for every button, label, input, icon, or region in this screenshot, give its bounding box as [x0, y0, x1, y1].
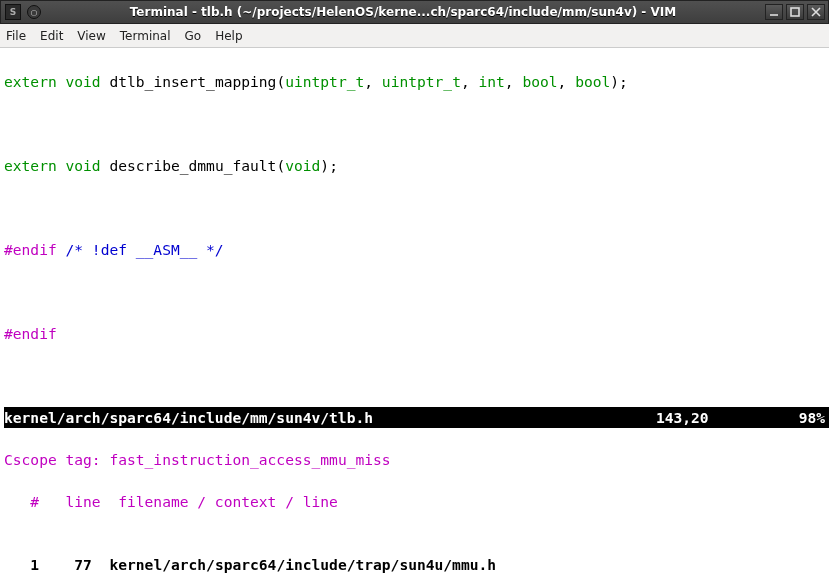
menu-go[interactable]: Go	[185, 29, 202, 43]
code-line	[4, 113, 829, 134]
vim-statusline: kernel/arch/sparc64/include/mm/sun4v/tlb…	[4, 407, 829, 428]
window-controls	[765, 4, 825, 20]
menu-file[interactable]: File	[6, 29, 26, 43]
terminal-area[interactable]: extern void dtlb_insert_mapping(uintptr_…	[0, 48, 829, 588]
status-position: 143,20	[656, 407, 709, 428]
cscope-row: 1 77 kernel/arch/sparc64/include/trap/su…	[4, 554, 829, 575]
status-file: kernel/arch/sparc64/include/mm/sun4v/tlb…	[4, 407, 373, 428]
menu-view[interactable]: View	[77, 29, 105, 43]
menu-edit[interactable]: Edit	[40, 29, 63, 43]
code-line: extern void describe_dmmu_fault(void);	[4, 155, 829, 176]
code-line: #endif /* !def __ASM__ */	[4, 239, 829, 260]
status-percent: 98%	[799, 407, 825, 428]
code-line	[4, 365, 829, 386]
maximize-button[interactable]	[786, 4, 804, 20]
cscope-tag-line: Cscope tag: fast_instruction_access_mmu_…	[4, 449, 829, 470]
menubar: File Edit View Terminal Go Help	[0, 24, 829, 48]
menu-terminal[interactable]: Terminal	[120, 29, 171, 43]
code-line	[4, 197, 829, 218]
code-line: #endif	[4, 323, 829, 344]
code-line	[4, 281, 829, 302]
svg-rect-0	[791, 8, 799, 16]
minimize-button[interactable]	[765, 4, 783, 20]
window-titlebar: S ○ Terminal - tlb.h (~/projects/HelenOS…	[0, 0, 829, 24]
app-icon: S	[5, 4, 21, 20]
cscope-header: # line filename / context / line	[4, 491, 829, 512]
close-button[interactable]	[807, 4, 825, 20]
menu-help[interactable]: Help	[215, 29, 242, 43]
window-title: Terminal - tlb.h (~/projects/HelenOS/ker…	[41, 5, 765, 19]
sticky-toggle-icon[interactable]: ○	[27, 5, 41, 19]
code-line: extern void dtlb_insert_mapping(uintptr_…	[4, 71, 829, 92]
